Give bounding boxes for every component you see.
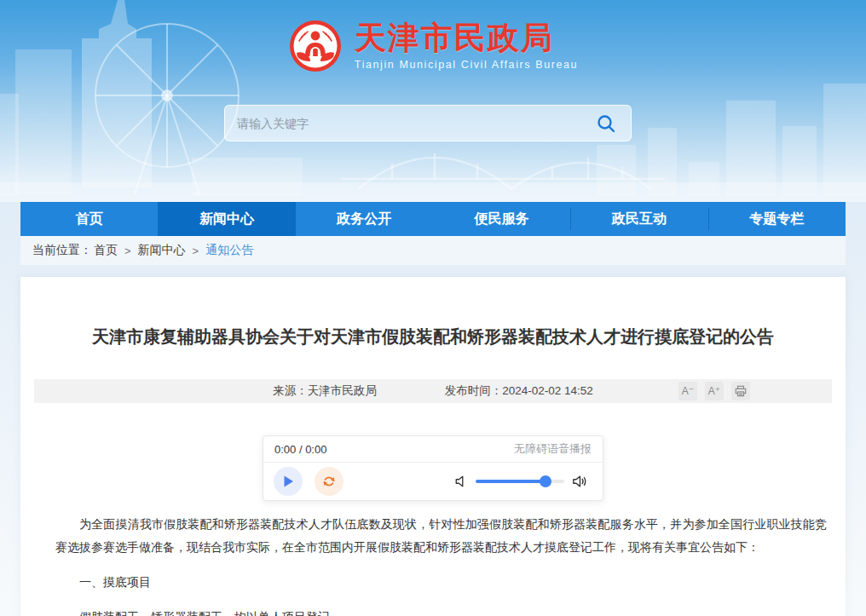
play-button[interactable] — [274, 467, 303, 496]
article-meta-bar: 来源：天津市民政局 发布时间：2024-02-02 14:52 A⁻ A⁺ — [34, 379, 832, 403]
article-source: 来源：天津市民政局 — [273, 383, 377, 399]
replay-icon — [320, 473, 338, 490]
nav-item-gov-info[interactable]: 政务公开 — [296, 202, 433, 236]
search-input[interactable] — [237, 117, 593, 130]
volume-slider-fill — [476, 480, 546, 483]
article-card: 天津市康复辅助器具协会关于对天津市假肢装配和矫形器装配技术人才进行摸底登记的公告… — [20, 277, 846, 616]
font-decrease-button[interactable]: A⁻ — [678, 382, 697, 400]
player-time: 0:00 / 0:00 — [274, 443, 326, 456]
nav-item-home[interactable]: 首页 — [20, 202, 158, 236]
volume-slider[interactable] — [476, 480, 564, 483]
print-button[interactable] — [731, 382, 750, 400]
breadcrumb-label: 当前位置： — [32, 243, 92, 258]
site-header: 天津市民政局 Tianjin Municipal Civil Affairs B… — [0, 0, 866, 202]
body-paragraph: 假肢装配工、矫形器装配工，均以单人项目登记。 — [55, 606, 827, 616]
body-section-heading: 一、摸底项目 — [55, 571, 827, 594]
article-tools: A⁻ A⁺ — [678, 382, 750, 400]
player-caption: 无障碍语音播报 — [514, 441, 592, 457]
font-increase-button[interactable]: A⁺ — [705, 382, 724, 400]
audio-player: 0:00 / 0:00 无障碍语音播报 — [263, 435, 603, 501]
volume-slider-thumb[interactable] — [540, 475, 551, 487]
breadcrumb-separator: > — [193, 245, 199, 257]
nav-item-interaction[interactable]: 政民互动 — [570, 202, 707, 236]
search-button[interactable] — [593, 111, 619, 136]
volume-low-icon — [454, 475, 468, 488]
nav-item-special[interactable]: 专题专栏 — [708, 202, 846, 236]
article-publish-time: 发布时间：2024-02-02 14:52 — [445, 383, 593, 399]
nav-item-news[interactable]: 新闻中心 — [158, 202, 295, 236]
nav-item-services[interactable]: 便民服务 — [433, 202, 570, 236]
search-bar — [224, 105, 632, 141]
site-logo[interactable]: 天津市民政局 Tianjin Municipal Civil Affairs B… — [0, 19, 866, 73]
body-paragraph: 为全面摸清我市假肢装配和矫形器装配技术人才队伍底数及现状，针对性加强假肢装配和矫… — [55, 513, 827, 559]
breadcrumb: 当前位置： 首页 > 新闻中心 > 通知公告 — [20, 236, 846, 265]
volume-control — [454, 474, 592, 489]
breadcrumb-home[interactable]: 首页 — [94, 243, 118, 258]
article-body: 为全面摸清我市假肢装配和矫形器装配技术人才队伍底数及现状，针对性加强假肢装配和矫… — [20, 501, 846, 616]
search-icon — [596, 113, 616, 134]
article-title: 天津市康复辅助器具协会关于对天津市假肢装配和矫形器装配技术人才进行摸底登记的公告 — [20, 325, 846, 348]
printer-icon — [735, 385, 747, 397]
breadcrumb-separator: > — [124, 245, 131, 257]
play-icon — [281, 475, 295, 488]
volume-high-icon — [572, 474, 587, 489]
breadcrumb-notices[interactable]: 通知公告 — [205, 243, 253, 258]
site-title: 天津市民政局 — [355, 21, 578, 56]
main-nav: 首页 新闻中心 政务公开 便民服务 政民互动 专题专栏 — [20, 202, 846, 236]
breadcrumb-news[interactable]: 新闻中心 — [138, 243, 186, 258]
logo-emblem — [288, 19, 343, 73]
replay-button[interactable] — [315, 467, 344, 496]
site-subtitle: Tianjin Municipal Civil Affairs Bureau — [355, 59, 578, 71]
